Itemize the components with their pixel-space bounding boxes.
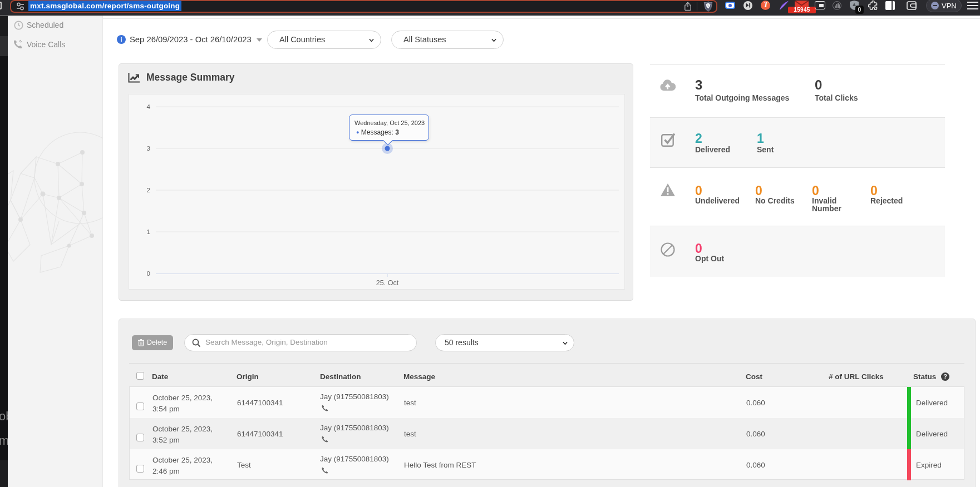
- svg-text:3: 3: [147, 145, 150, 152]
- svg-text:2: 2: [147, 187, 150, 193]
- svg-text:4: 4: [147, 103, 151, 110]
- svg-text:1: 1: [147, 228, 150, 235]
- svg-text:25. Oct: 25. Oct: [376, 279, 399, 287]
- svg-text:0: 0: [147, 270, 150, 277]
